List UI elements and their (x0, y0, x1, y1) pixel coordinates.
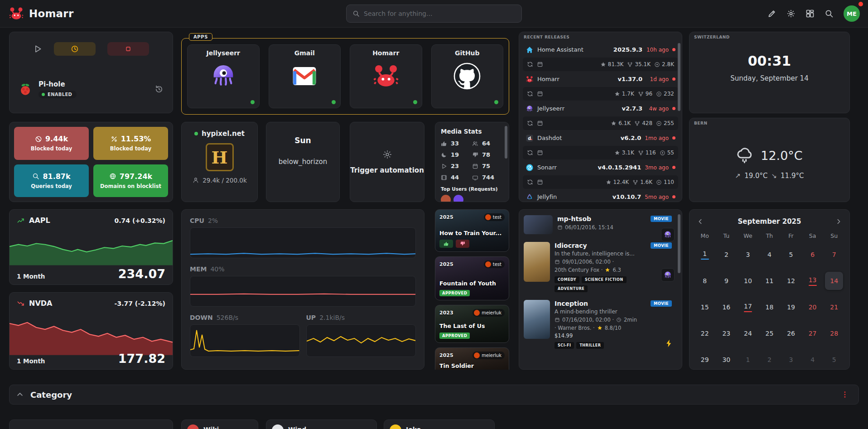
stock-change: -3.77 (-2.12%) (115, 300, 165, 307)
calendar-day[interactable]: 17 (739, 298, 757, 316)
pihole-stat-tile[interactable]: 797.24k Domains on blocklist (93, 164, 168, 198)
media-item[interactable]: Inception MOVIE A mind-bending thriller … (524, 300, 675, 349)
scrollbar-thumb[interactable] (678, 214, 680, 273)
calendar-day[interactable]: 5 (782, 246, 800, 264)
day-header: We (743, 232, 752, 239)
pihole-history-button[interactable] (152, 82, 166, 96)
issue-icon (654, 62, 660, 67)
calendar-day[interactable]: 23 (717, 324, 735, 342)
request-card[interactable]: 2025 test Fountain of Youth APPROVED (435, 256, 509, 300)
movie-badge: MOVIE (651, 242, 672, 249)
calendar-day[interactable]: 19 (782, 298, 800, 316)
settings-button[interactable] (784, 6, 798, 21)
stock-footer: 1 Month 234.07 (17, 268, 165, 280)
release-row[interactable]: Homarr v1.37.0 1d ago 1.7K 96 232 (523, 72, 678, 101)
timer-disable-button[interactable] (54, 42, 96, 56)
boards-button[interactable] (803, 6, 817, 21)
calendar-day[interactable]: 4 (804, 351, 822, 369)
request-card[interactable]: 2025 meierluk Tin Soldier (435, 347, 509, 370)
star-icon (611, 121, 617, 126)
weather-minmax: ↗ 19.0°C ↘ 11.9°C (690, 172, 849, 180)
calendar-day[interactable]: 15 (696, 298, 714, 316)
weather-location-label: BERN (694, 121, 707, 125)
calendar-day[interactable]: 12 (782, 272, 800, 290)
hypixel-logo-icon: H (206, 143, 234, 171)
calendar-day[interactable]: 10 (739, 272, 757, 290)
calendar-day[interactable]: 25 (760, 324, 778, 342)
category-menu-button[interactable] (838, 387, 852, 402)
app-tile-jellyseerr[interactable]: Jellyseerr (187, 44, 260, 108)
calendar-day[interactable]: 30 (717, 351, 735, 369)
stock-widget-nvda[interactable]: NVDA -3.77 (-2.12%) 1 Month 177.82 (9, 292, 173, 370)
calendar-day[interactable]: 18 (760, 298, 778, 316)
calendar-day[interactable]: 26 (782, 324, 800, 342)
release-row[interactable]: Home Assistant 2025.9.3 10h ago 81.3K 35… (523, 42, 678, 71)
scrollbar-thumb[interactable] (678, 43, 680, 111)
app-tile-homarr[interactable]: Homarr (350, 44, 422, 108)
minecraft-server-widget[interactable]: hypixel.net H 29.4k / 200.0k (181, 122, 258, 202)
genre-tag: COMEDY (555, 276, 579, 283)
trigger-automation-widget[interactable]: Trigger automation (350, 122, 424, 202)
search-button[interactable] (822, 6, 836, 21)
calendar-day[interactable]: 7 (825, 246, 843, 264)
calendar-prev-button[interactable] (693, 214, 708, 229)
bottom-tile-wiki[interactable]: Wiki (181, 419, 258, 429)
calendar-day[interactable]: 8 (696, 272, 714, 290)
calendar-day[interactable]: 5 (825, 351, 843, 369)
release-row[interactable]: Dashdot v6.2.0 1mo ago 3.1K 116 55 (523, 130, 678, 159)
calendar-day[interactable]: 9 (717, 272, 735, 290)
calendar-day[interactable]: 28 (825, 324, 843, 342)
scrollbar-thumb[interactable] (505, 126, 507, 159)
category-section-header[interactable]: Category (9, 385, 859, 405)
release-row[interactable]: Sonarr v4.0.15.2941 3mo ago 12.4K 1.6K 1… (523, 160, 678, 189)
media-item[interactable]: Idiocracy MOVIE In the future, intellige… (524, 242, 675, 292)
pihole-stat-tile[interactable]: 11.53% Blocked today (93, 127, 168, 160)
media-studio-rating: · Warner Bros. ·8.8/10 (555, 325, 658, 331)
request-card[interactable]: 2023 meierluk The Last of Us APPROVED (435, 305, 509, 343)
search-bar[interactable] (346, 5, 522, 23)
pihole-info: Pi-hole ENABLED (39, 80, 77, 98)
app-tile-github[interactable]: GitHub (431, 44, 504, 108)
pihole-stat-tile[interactable]: 9.44k Blocked today (14, 127, 89, 160)
edit-mode-button[interactable] (765, 6, 779, 21)
calendar-day[interactable]: 29 (696, 351, 714, 369)
calendar-day[interactable]: 13 (804, 272, 822, 290)
calendar-day[interactable]: 24 (739, 324, 757, 342)
calendar-day[interactable]: 22 (696, 324, 714, 342)
request-year: 2025 (439, 352, 453, 358)
bottom-tile-wind[interactable]: Wind (266, 419, 377, 429)
calendar-day[interactable]: 16 (717, 298, 735, 316)
calendar-day[interactable]: 3 (782, 351, 800, 369)
app-tile-gmail[interactable]: Gmail (269, 44, 341, 108)
calendar-day[interactable]: 27 (804, 324, 822, 342)
calendar-day[interactable]: 2 (717, 246, 735, 264)
user-avatar[interactable]: ME (844, 5, 860, 22)
calendar-day[interactable]: 1 (739, 351, 757, 369)
media-item[interactable]: mp-htsob MOVIE 06/01/2016, 15:14 (524, 215, 675, 234)
pihole-stat-tile[interactable]: 81.87k Queries today (14, 164, 89, 198)
stock-widget-aapl[interactable]: AAPL 0.74 (+0.32%) 1 Month 234.07 (9, 209, 173, 285)
calendar-day[interactable]: 6 (804, 246, 822, 264)
release-row[interactable]: Jellyseerr v2.7.3 4w ago 6.1K 428 255 (523, 101, 678, 130)
calendar-day[interactable]: 14 (825, 272, 843, 290)
approve-button[interactable] (439, 240, 453, 248)
release-row[interactable]: Jellyfin v10.10.7 5mo ago (523, 189, 678, 202)
calendar-next-button[interactable] (831, 214, 846, 229)
calendar-day[interactable]: 3 (739, 246, 757, 264)
bottom-tile[interactable] (9, 419, 173, 429)
calendar-day[interactable]: 11 (760, 272, 778, 290)
enable-button[interactable] (33, 44, 42, 53)
disable-button[interactable] (107, 42, 149, 56)
request-card[interactable]: 2025 test How to Train Your... (435, 209, 509, 252)
calendar-day[interactable]: 2 (760, 351, 778, 369)
request-user-chip: meierluk (473, 309, 505, 317)
bottom-tile-joke[interactable]: Joke (384, 419, 495, 429)
calendar-day[interactable]: 4 (760, 246, 778, 264)
release-version: v1.37.0 (617, 76, 642, 82)
arrow-up-right-icon: ↗ (735, 172, 741, 180)
calendar-day[interactable]: 20 (804, 298, 822, 316)
calendar-day[interactable]: 21 (825, 298, 843, 316)
search-input[interactable] (364, 10, 516, 17)
calendar-day[interactable]: 1 (696, 246, 714, 264)
decline-button[interactable] (456, 240, 469, 248)
